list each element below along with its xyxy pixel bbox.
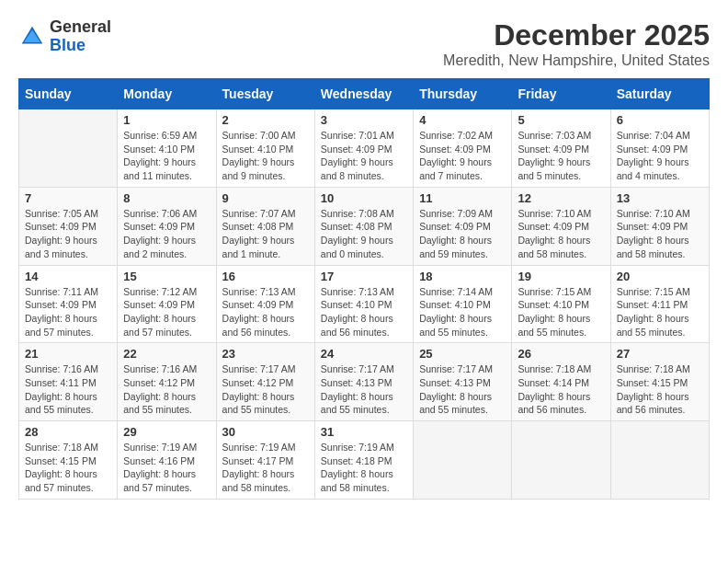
day-number: 31 [321,425,407,439]
calendar-cell [512,421,610,500]
day-info: Sunrise: 7:13 AM Sunset: 4:10 PM Dayligh… [321,285,407,339]
calendar-cell: 17Sunrise: 7:13 AM Sunset: 4:10 PM Dayli… [314,265,413,343]
page-header: General Blue December 2025 Meredith, New… [18,18,710,69]
calendar-week-row: 14Sunrise: 7:11 AM Sunset: 4:09 PM Dayli… [19,265,710,343]
day-number: 18 [419,270,506,283]
day-number: 15 [123,270,210,283]
day-info: Sunrise: 7:08 AM Sunset: 4:08 PM Dayligh… [321,207,407,261]
logo-icon [18,23,46,51]
calendar-cell: 3Sunrise: 7:01 AM Sunset: 4:09 PM Daylig… [314,109,413,188]
day-info: Sunrise: 7:14 AM Sunset: 4:10 PM Dayligh… [419,285,506,339]
day-of-week-header: Thursday [414,79,512,109]
day-info: Sunrise: 7:02 AM Sunset: 4:09 PM Dayligh… [419,129,506,183]
day-of-week-header: Monday [118,79,216,109]
calendar-cell: 5Sunrise: 7:03 AM Sunset: 4:09 PM Daylig… [512,109,610,188]
day-info: Sunrise: 7:03 AM Sunset: 4:09 PM Dayligh… [518,129,604,183]
day-info: Sunrise: 7:17 AM Sunset: 4:13 PM Dayligh… [419,362,506,417]
location-title: Meredith, New Hampshire, United States [443,52,710,69]
calendar-week-row: 21Sunrise: 7:16 AM Sunset: 4:11 PM Dayli… [19,343,710,421]
day-info: Sunrise: 7:17 AM Sunset: 4:12 PM Dayligh… [222,362,309,417]
calendar-cell: 23Sunrise: 7:17 AM Sunset: 4:12 PM Dayli… [216,343,314,421]
month-title: December 2025 [443,18,710,52]
title-area: December 2025 Meredith, New Hampshire, U… [443,18,710,69]
day-info: Sunrise: 7:18 AM Sunset: 4:15 PM Dayligh… [617,362,703,417]
day-number: 24 [321,347,407,361]
calendar-week-row: 7Sunrise: 7:05 AM Sunset: 4:09 PM Daylig… [19,187,710,265]
calendar-cell: 18Sunrise: 7:14 AM Sunset: 4:10 PM Dayli… [414,265,512,343]
calendar-cell: 28Sunrise: 7:18 AM Sunset: 4:15 PM Dayli… [19,421,118,500]
day-info: Sunrise: 7:16 AM Sunset: 4:11 PM Dayligh… [25,362,111,417]
day-number: 13 [617,191,703,205]
day-of-week-header: Tuesday [216,79,314,109]
calendar-cell: 20Sunrise: 7:15 AM Sunset: 4:11 PM Dayli… [610,265,709,343]
logo-general: General [50,18,111,37]
day-number: 21 [25,347,111,361]
day-number: 16 [222,270,309,283]
day-number: 10 [321,191,407,205]
day-number: 17 [321,270,407,283]
calendar-cell: 1Sunrise: 6:59 AM Sunset: 4:10 PM Daylig… [118,109,216,188]
calendar-cell: 10Sunrise: 7:08 AM Sunset: 4:08 PM Dayli… [314,187,413,265]
calendar-cell: 7Sunrise: 7:05 AM Sunset: 4:09 PM Daylig… [19,187,118,265]
day-number: 28 [25,425,111,439]
day-info: Sunrise: 7:18 AM Sunset: 4:15 PM Dayligh… [25,441,111,495]
day-number: 14 [25,270,111,283]
day-number: 27 [617,347,703,361]
day-info: Sunrise: 7:11 AM Sunset: 4:09 PM Dayligh… [25,285,111,339]
calendar-cell: 8Sunrise: 7:06 AM Sunset: 4:09 PM Daylig… [118,187,216,265]
calendar-cell: 19Sunrise: 7:15 AM Sunset: 4:10 PM Dayli… [512,265,610,343]
calendar-cell: 16Sunrise: 7:13 AM Sunset: 4:09 PM Dayli… [216,265,314,343]
day-info: Sunrise: 7:07 AM Sunset: 4:08 PM Dayligh… [222,207,309,261]
day-info: Sunrise: 7:12 AM Sunset: 4:09 PM Dayligh… [123,285,210,339]
calendar-cell: 22Sunrise: 7:16 AM Sunset: 4:12 PM Dayli… [118,343,216,421]
day-info: Sunrise: 7:16 AM Sunset: 4:12 PM Dayligh… [123,362,210,417]
logo-text: General Blue [50,18,111,55]
day-of-week-header: Sunday [19,79,118,109]
day-info: Sunrise: 7:19 AM Sunset: 4:18 PM Dayligh… [321,441,407,495]
calendar-cell: 24Sunrise: 7:17 AM Sunset: 4:13 PM Dayli… [314,343,413,421]
day-of-week-header: Friday [512,79,610,109]
day-info: Sunrise: 7:19 AM Sunset: 4:17 PM Dayligh… [222,441,309,495]
day-number: 11 [419,191,506,205]
day-number: 8 [123,191,210,205]
calendar-cell: 21Sunrise: 7:16 AM Sunset: 4:11 PM Dayli… [19,343,118,421]
day-info: Sunrise: 7:01 AM Sunset: 4:09 PM Dayligh… [321,129,407,183]
calendar-week-row: 1Sunrise: 6:59 AM Sunset: 4:10 PM Daylig… [19,109,710,188]
day-number: 4 [419,113,506,127]
calendar-cell: 15Sunrise: 7:12 AM Sunset: 4:09 PM Dayli… [118,265,216,343]
day-number: 7 [25,191,111,205]
calendar-cell: 29Sunrise: 7:19 AM Sunset: 4:16 PM Dayli… [118,421,216,500]
day-of-week-header: Wednesday [314,79,413,109]
day-info: Sunrise: 7:09 AM Sunset: 4:09 PM Dayligh… [419,207,506,261]
day-number: 29 [123,425,210,439]
calendar-cell: 2Sunrise: 7:00 AM Sunset: 4:10 PM Daylig… [216,109,314,188]
day-number: 1 [123,113,210,127]
day-info: Sunrise: 7:00 AM Sunset: 4:10 PM Dayligh… [222,129,309,183]
day-number: 6 [617,113,703,127]
day-info: Sunrise: 6:59 AM Sunset: 4:10 PM Dayligh… [123,129,210,183]
calendar-table: SundayMondayTuesdayWednesdayThursdayFrid… [18,78,710,500]
day-number: 20 [617,270,703,283]
calendar-cell: 4Sunrise: 7:02 AM Sunset: 4:09 PM Daylig… [414,109,512,188]
calendar-header-row: SundayMondayTuesdayWednesdayThursdayFrid… [19,79,710,109]
day-info: Sunrise: 7:04 AM Sunset: 4:09 PM Dayligh… [617,129,703,183]
day-number: 19 [518,270,604,283]
day-number: 26 [518,347,604,361]
calendar-cell: 6Sunrise: 7:04 AM Sunset: 4:09 PM Daylig… [610,109,709,188]
day-info: Sunrise: 7:18 AM Sunset: 4:14 PM Dayligh… [518,362,604,417]
day-number: 30 [222,425,309,439]
day-info: Sunrise: 7:15 AM Sunset: 4:11 PM Dayligh… [617,285,703,339]
day-info: Sunrise: 7:15 AM Sunset: 4:10 PM Dayligh… [518,285,604,339]
day-number: 2 [222,113,309,127]
calendar-cell: 31Sunrise: 7:19 AM Sunset: 4:18 PM Dayli… [314,421,413,500]
day-of-week-header: Saturday [610,79,709,109]
day-number: 23 [222,347,309,361]
logo: General Blue [18,18,111,55]
calendar-cell: 26Sunrise: 7:18 AM Sunset: 4:14 PM Dayli… [512,343,610,421]
day-info: Sunrise: 7:10 AM Sunset: 4:09 PM Dayligh… [617,207,703,261]
day-number: 25 [419,347,506,361]
calendar-week-row: 28Sunrise: 7:18 AM Sunset: 4:15 PM Dayli… [19,421,710,500]
calendar-cell: 27Sunrise: 7:18 AM Sunset: 4:15 PM Dayli… [610,343,709,421]
calendar-cell: 13Sunrise: 7:10 AM Sunset: 4:09 PM Dayli… [610,187,709,265]
day-number: 3 [321,113,407,127]
